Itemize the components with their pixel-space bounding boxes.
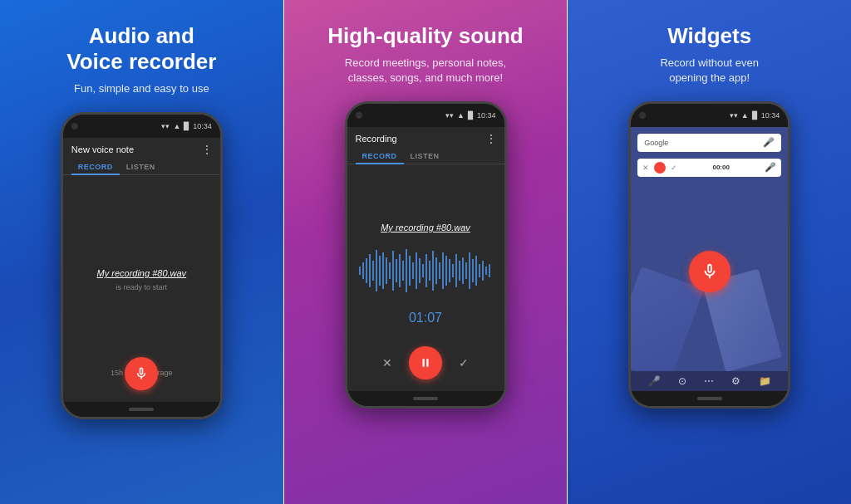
microphone-icon-right xyxy=(701,262,719,281)
svg-rect-2 xyxy=(366,258,367,283)
svg-rect-40 xyxy=(423,359,425,366)
confirm-icon-mid[interactable]: ✓ xyxy=(459,356,469,369)
left-panel: Audio and Voice recorder Fun, simple and… xyxy=(0,0,283,504)
big-mic-widget-button[interactable] xyxy=(689,251,730,292)
dock-chrome-icon[interactable]: ⊙ xyxy=(678,375,686,387)
app-title-left: New voice note xyxy=(71,144,134,154)
svg-rect-12 xyxy=(399,254,401,287)
widget-confirm-icon[interactable]: ✓ xyxy=(671,164,677,172)
signal-icon-mid: ▾▾ xyxy=(445,111,454,120)
svg-rect-41 xyxy=(426,359,428,366)
svg-rect-16 xyxy=(412,262,414,279)
widget-cancel-icon[interactable]: ✕ xyxy=(642,164,649,172)
right-panel: Widgets Record without evenopening the a… xyxy=(568,0,851,504)
svg-rect-18 xyxy=(419,258,421,283)
left-phone: ▾▾ ▲ ▉ 10:34 New voice note ⋮ RECORD LIS… xyxy=(61,112,223,419)
middle-panel: High-quality sound Record meetings, pers… xyxy=(284,0,568,504)
microphone-icon-left xyxy=(134,366,149,381)
recording-sub-left: is ready to start xyxy=(116,283,168,291)
svg-rect-15 xyxy=(409,256,411,286)
time-display-right: 10:34 xyxy=(761,111,780,120)
svg-rect-28 xyxy=(452,264,454,277)
waveform-display xyxy=(359,246,492,296)
widget-timer: 00:00 xyxy=(682,164,760,171)
camera-dot-mid xyxy=(356,112,362,119)
dock-apps-icon[interactable]: ⋯ xyxy=(704,375,714,387)
svg-rect-20 xyxy=(426,254,427,287)
svg-rect-24 xyxy=(439,262,440,279)
svg-rect-0 xyxy=(359,267,361,275)
svg-rect-33 xyxy=(469,252,470,289)
svg-rect-22 xyxy=(432,251,434,291)
tab-listen-left[interactable]: LISTEN xyxy=(120,159,162,174)
right-phone: ▾▾ ▲ ▉ 10:34 Google 🎤 ✕ ✓ 00:00 🎤 xyxy=(628,101,790,409)
svg-rect-27 xyxy=(449,259,450,282)
pause-icon xyxy=(420,357,431,369)
tabs-left: RECORD LISTEN xyxy=(63,159,220,175)
middle-panel-title: High-quality sound xyxy=(327,23,523,49)
wifi-icon: ▲ xyxy=(173,122,180,130)
left-panel-title: Audio and Voice recorder xyxy=(66,23,216,75)
right-panel-subtitle: Record without evenopening the app! xyxy=(660,56,759,86)
left-screen-content: My recording #80.wav is ready to start 1… xyxy=(63,175,220,402)
phone-bottom-left xyxy=(63,402,220,417)
right-panel-title: Widgets xyxy=(667,23,751,49)
middle-phone: ▾▾ ▲ ▉ 10:34 Recording ⋮ RECORD LISTEN M… xyxy=(345,101,507,409)
time-display-mid: 10:34 xyxy=(477,111,496,120)
svg-rect-35 xyxy=(475,256,477,286)
dock-settings-icon[interactable]: ⚙ xyxy=(731,375,740,387)
status-bar-mid: ▾▾ ▲ ▉ 10:34 xyxy=(445,111,495,120)
svg-rect-25 xyxy=(442,252,444,289)
svg-rect-7 xyxy=(382,252,384,289)
google-search-bar[interactable]: Google 🎤 xyxy=(637,134,781,152)
mid-phone-screen: Recording ⋮ RECORD LISTEN My recording #… xyxy=(347,127,504,391)
app-header-mid: Recording ⋮ xyxy=(347,127,504,145)
svg-rect-19 xyxy=(422,264,424,277)
pause-button[interactable] xyxy=(409,346,442,379)
svg-rect-3 xyxy=(369,254,371,287)
left-phone-screen: New voice note ⋮ RECORD LISTEN My record… xyxy=(63,138,220,402)
svg-rect-21 xyxy=(429,261,430,281)
menu-dots-icon-mid: ⋮ xyxy=(485,132,496,145)
camera-dot-right xyxy=(639,112,646,119)
svg-rect-29 xyxy=(455,254,457,287)
battery-icon: ▉ xyxy=(184,122,189,130)
svg-rect-17 xyxy=(416,252,417,289)
svg-rect-10 xyxy=(392,251,394,291)
time-display: 10:34 xyxy=(193,122,212,130)
recording-name-left: My recording #80.wav xyxy=(97,268,187,278)
dock-mic-icon[interactable]: 🎤 xyxy=(648,375,661,387)
svg-rect-14 xyxy=(406,249,407,292)
record-widget-bar[interactable]: ✕ ✓ 00:00 🎤 xyxy=(637,159,781,177)
svg-rect-38 xyxy=(485,267,487,275)
mic-button-left[interactable] xyxy=(125,357,158,390)
svg-rect-6 xyxy=(379,256,381,286)
phone-bottom-mid xyxy=(347,391,504,406)
svg-rect-1 xyxy=(362,262,364,279)
battery-icon-mid: ▉ xyxy=(468,111,474,120)
middle-panel-subtitle: Record meetings, personal notes,classes,… xyxy=(345,56,506,86)
svg-rect-39 xyxy=(489,264,490,277)
app-header: New voice note ⋮ xyxy=(63,138,220,156)
widget-mic-icon: 🎤 xyxy=(765,162,776,173)
home-button-left xyxy=(129,408,154,411)
dock-files-icon[interactable]: 📁 xyxy=(759,375,771,387)
svg-rect-8 xyxy=(386,257,387,284)
widget-record-dot xyxy=(654,162,666,174)
cancel-icon-mid[interactable]: ✕ xyxy=(382,356,392,369)
svg-rect-31 xyxy=(462,257,464,284)
tab-record-mid[interactable]: RECORD xyxy=(356,149,404,164)
tabs-mid: RECORD LISTEN xyxy=(347,149,504,164)
svg-rect-34 xyxy=(472,259,474,282)
home-button-right xyxy=(697,397,722,400)
svg-rect-26 xyxy=(445,256,447,286)
status-bar-right: ▾▾ ▲ ▉ 10:34 xyxy=(730,111,780,120)
tab-listen-mid[interactable]: LISTEN xyxy=(404,149,446,164)
control-row-mid: ✕ ✓ xyxy=(347,346,504,379)
google-mic-icon: 🎤 xyxy=(763,137,775,148)
tab-record-left[interactable]: RECORD xyxy=(71,159,120,174)
left-panel-subtitle: Fun, simple and easy to use xyxy=(74,81,209,96)
signal-icon-right: ▾▾ xyxy=(730,111,738,120)
timer-display: 01:07 xyxy=(409,311,442,325)
camera-dot xyxy=(71,123,78,130)
